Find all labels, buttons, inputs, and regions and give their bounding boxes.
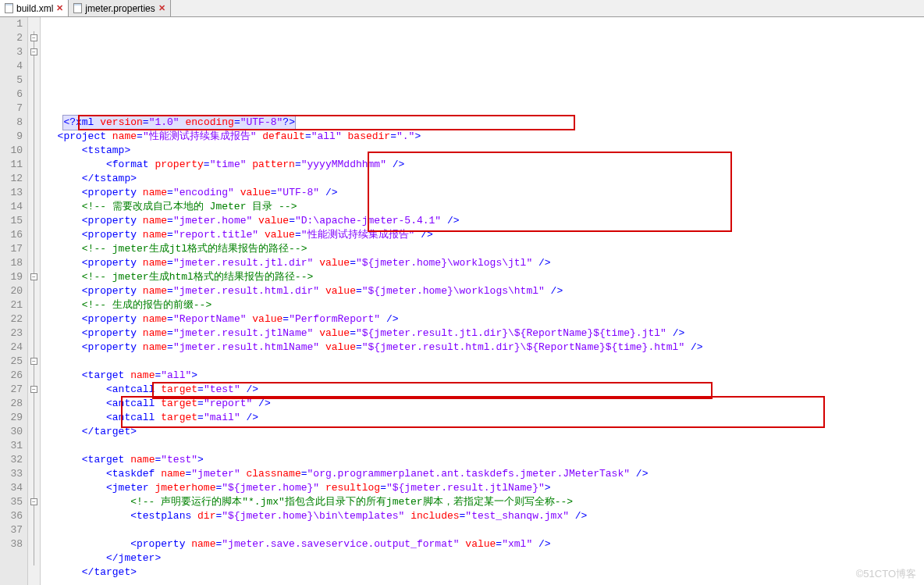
code-line: </target>	[45, 425, 919, 439]
line-number: 22	[5, 312, 23, 326]
line-number: 18	[5, 256, 23, 270]
line-number: 21	[5, 298, 23, 312]
code-line: <property name="ReportName" value="Perfo…	[45, 312, 919, 326]
line-number: 29	[5, 411, 23, 425]
line-number: 26	[5, 369, 23, 383]
line-number: 8	[5, 116, 23, 130]
close-icon[interactable]: ✕	[56, 3, 63, 13]
tab-jmeter-properties[interactable]: jmeter.properties ✕	[69, 0, 170, 16]
code-line: <property name="jmeter.result.html.dir" …	[45, 284, 919, 298]
line-number: 31	[5, 439, 23, 453]
line-number: 23	[5, 326, 23, 341]
code-line: <project name="性能测试持续集成报告" default="all"…	[45, 130, 919, 144]
line-number: 3	[5, 45, 23, 59]
code-line: <!-- jmeter生成html格式的结果报告的路径-->	[45, 270, 919, 284]
line-number: 38	[5, 537, 23, 551]
line-number: 27	[5, 383, 23, 397]
tab-bar: build.xml ✕ jmeter.properties ✕	[0, 0, 924, 17]
line-number: 37	[5, 523, 23, 537]
code-line: </tstamp>	[45, 172, 919, 186]
tab-build-xml[interactable]: build.xml ✕	[0, 0, 69, 16]
fold-gutter: −−−−−−	[28, 17, 41, 585]
code-line: </target>	[45, 565, 919, 580]
file-icon	[73, 3, 82, 13]
watermark: ©51CTO博客	[856, 567, 916, 581]
line-number: 30	[5, 425, 23, 439]
code-line: <tstamp>	[45, 144, 919, 158]
code-line: <property name="jmeter.home" value="D:\a…	[45, 214, 919, 228]
fold-toggle[interactable]: −	[30, 358, 37, 365]
code-line: <!-- 生成的报告的前缀-->	[45, 298, 919, 312]
line-number: 13	[5, 186, 23, 200]
fold-toggle[interactable]: −	[30, 386, 37, 393]
line-number: 5	[5, 73, 23, 87]
code-line: <antcall target="report" />	[45, 397, 919, 411]
code-line: <property name="encoding" value="UTF-8" …	[45, 186, 919, 200]
editor: 1234567891011121314151617181920212223242…	[0, 17, 924, 585]
code-line: </jmeter>	[45, 551, 919, 565]
code-line: <taskdef name="jmeter" classname="org.pr…	[45, 467, 919, 481]
code-area[interactable]: <?xml version="1.0" encoding="UTF-8"?> <…	[41, 17, 924, 585]
code-line: <!-- 需要改成自己本地的 Jmeter 目录 -->	[45, 200, 919, 214]
fold-toggle[interactable]: −	[30, 34, 37, 41]
code-line	[45, 580, 919, 585]
code-line: <testplans dir="${jmeter.home}\bin\templ…	[45, 509, 919, 523]
line-number: 15	[5, 214, 23, 228]
fold-toggle[interactable]: −	[30, 48, 37, 55]
code-line: <property name="report.title" value="性能测…	[45, 228, 919, 242]
code-line: <property name="jmeter.save.saveservice.…	[45, 537, 919, 551]
line-number: 6	[5, 87, 23, 102]
line-number: 12	[5, 172, 23, 186]
line-number: 19	[5, 270, 23, 284]
line-number: 9	[5, 130, 23, 144]
code-line: <property name="jmeter.result.jtl.dir" v…	[45, 256, 919, 270]
code-line: <!-- jmeter生成jtl格式的结果报告的路径-->	[45, 242, 919, 256]
line-number: 7	[5, 102, 23, 116]
line-number: 24	[5, 341, 23, 355]
line-number: 14	[5, 200, 23, 214]
line-number: 16	[5, 228, 23, 242]
line-number: 4	[5, 59, 23, 73]
line-number: 32	[5, 453, 23, 467]
line-number: 36	[5, 509, 23, 523]
code-line: <property name="jmeter.result.htmlName" …	[45, 341, 919, 355]
tab-label: build.xml	[16, 3, 53, 14]
code-line: <target name="test">	[45, 453, 919, 467]
line-number: 33	[5, 467, 23, 481]
line-number: 28	[5, 397, 23, 411]
code-line: <!-- 声明要运行的脚本"*.jmx"指包含此目录下的所有jmeter脚本，若…	[45, 495, 919, 509]
code-line: <target name="all">	[45, 369, 919, 383]
line-number: 34	[5, 481, 23, 495]
line-number: 35	[5, 495, 23, 509]
line-gutter: 1234567891011121314151617181920212223242…	[0, 17, 28, 585]
tab-label: jmeter.properties	[85, 3, 155, 14]
close-icon[interactable]: ✕	[158, 3, 165, 13]
code-line: <format property="time" pattern="yyyyMMd…	[45, 158, 919, 172]
code-line: <jmeter jmeterhome="${jmeter.home}" resu…	[45, 481, 919, 495]
line-number: 10	[5, 144, 23, 158]
code-line	[45, 439, 919, 453]
file-icon	[5, 3, 13, 13]
code-line: <?xml version="1.0" encoding="UTF-8"?>	[45, 116, 919, 130]
code-line	[45, 355, 919, 369]
line-number: 1	[5, 17, 23, 31]
line-number: 17	[5, 242, 23, 256]
fold-toggle[interactable]: −	[30, 498, 37, 505]
code-line: <antcall target="test" />	[45, 383, 919, 397]
line-number: 2	[5, 31, 23, 45]
code-line: <property name="jmeter.result.jtlName" v…	[45, 326, 919, 341]
code-line: <antcall target="mail" />	[45, 411, 919, 425]
fold-toggle[interactable]: −	[30, 273, 37, 280]
code-line	[45, 523, 919, 537]
line-number: 11	[5, 158, 23, 172]
line-number: 25	[5, 355, 23, 369]
line-number: 20	[5, 284, 23, 298]
